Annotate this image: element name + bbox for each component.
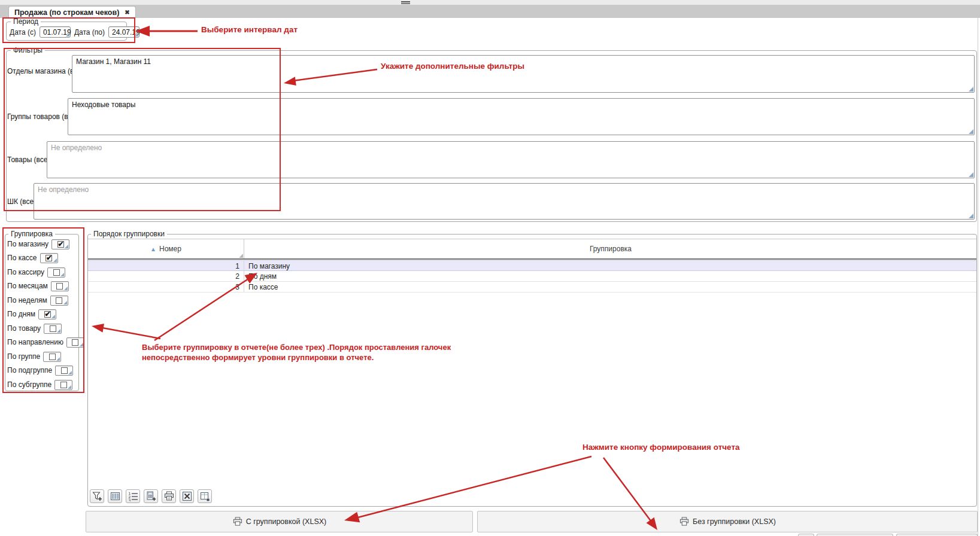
annotation-period-note: Выберите интервал дат — [201, 25, 298, 34]
bottom-partial-control — [896, 534, 978, 536]
annotation-report-note: Нажмите кнопку формирования отчета — [582, 443, 740, 452]
period-row: Дата (с) 01.07.19 Дата (по) 24.07.19 — [10, 26, 139, 38]
bottom-partial-control — [817, 534, 893, 536]
barcodes-input[interactable]: Не определено — [34, 183, 975, 220]
checkbox-by-direction[interactable] — [66, 337, 84, 348]
tab-title: Продажа (по строкам чеков) — [14, 8, 119, 17]
grouping-order-table-header: ▲ Номер Группировка — [88, 239, 976, 260]
checkbox-by-cashier[interactable] — [47, 267, 65, 278]
grouping-option-by-direction: По направлению — [7, 336, 84, 348]
grouping-option-by-week: По неделям — [7, 294, 68, 306]
printer-icon — [232, 517, 243, 526]
sort-ascending-icon[interactable]: ▲ — [150, 246, 156, 252]
grouping-legend: Группировка — [8, 230, 55, 238]
grouping-option-by-subgroup: По подгруппе — [7, 364, 73, 376]
date-to-label: Дата (по) — [74, 28, 105, 36]
tab-close-icon[interactable]: ✖ — [125, 9, 129, 16]
table-row[interactable]: 2 По дням — [88, 271, 976, 282]
print-icon[interactable] — [162, 489, 176, 503]
date-to-input[interactable]: 24.07.19 — [108, 26, 139, 38]
grouping-option-by-day: По дням — [7, 308, 56, 320]
product-groups-input[interactable]: Неходовые товары — [68, 98, 975, 135]
grouping-option-by-product: По товару — [7, 322, 62, 334]
checkbox-by-group[interactable] — [43, 352, 61, 362]
checkbox-by-week[interactable] — [50, 296, 68, 306]
checkbox-by-month[interactable] — [51, 281, 69, 291]
printer-icon — [679, 517, 690, 526]
svg-text:✱: ✱ — [206, 498, 210, 501]
checkbox-by-register[interactable] — [40, 253, 58, 263]
table-toolbar: 123 ✱ — [90, 489, 212, 503]
table-row[interactable]: 3 По кассе — [88, 282, 976, 293]
bottom-partial-control — [798, 534, 814, 536]
grouping-option-by-store: По магазину — [7, 238, 69, 250]
export-with-grouping-button[interactable]: С группировкой (XLSX) — [86, 511, 473, 532]
svg-text:3: 3 — [128, 498, 131, 502]
checkbox-by-store[interactable] — [51, 239, 69, 249]
grouping-option-by-register: По кассе — [7, 252, 58, 264]
date-from-input[interactable]: 01.07.19 — [40, 26, 71, 38]
period-legend: Период — [11, 17, 41, 26]
calculator-add-icon[interactable] — [144, 489, 158, 503]
window-top-strip — [0, 0, 980, 5]
store-departments-input[interactable]: Магазин 1, Магазин 11 — [72, 55, 975, 93]
excel-export-icon[interactable] — [180, 489, 194, 503]
checkbox-by-product[interactable] — [44, 324, 62, 334]
checkbox-by-subsubgroup[interactable] — [54, 380, 72, 390]
grouping-order-legend: Порядок группировки — [91, 230, 167, 238]
grouping-option-by-cashier: По кассиру — [7, 266, 65, 278]
export-without-grouping-button[interactable]: Без группировки (XLSX) — [477, 511, 978, 532]
column-resize-grip[interactable] — [239, 254, 243, 258]
column-settings-icon[interactable] — [108, 489, 122, 503]
filters-legend: Фильтры — [11, 46, 45, 54]
field-label-barcodes: ШК (все) — [7, 197, 36, 206]
products-input[interactable]: Не определено — [47, 141, 975, 178]
grouping-option-by-subsubgroup: По субгруппе — [7, 379, 72, 391]
table-layout-icon[interactable]: ✱ — [198, 489, 212, 503]
checkbox-by-subgroup[interactable] — [55, 366, 73, 376]
filter-add-icon[interactable] — [90, 489, 104, 503]
tab-sales-report[interactable]: Продажа (по строкам чеков) ✖ — [8, 6, 136, 18]
annotation-filters-note: Укажите дополнительные фильтры — [381, 62, 524, 71]
column-header-number[interactable]: ▲ Номер — [88, 239, 244, 258]
annotation-grouping-note: Выберите группировку в отчете(не более т… — [142, 343, 474, 363]
window-splitter-icon[interactable] — [401, 1, 410, 4]
table-row[interactable]: 1 По магазину — [88, 260, 976, 271]
window-right-edge — [978, 18, 978, 536]
numbered-list-icon[interactable]: 123 — [126, 489, 140, 503]
grouping-option-by-month: По месяцам — [7, 280, 69, 292]
field-label-products: Товары (все) — [7, 156, 50, 164]
grouping-option-by-group: По группе — [7, 351, 61, 363]
checkbox-by-day[interactable] — [38, 309, 56, 319]
tab-bar — [0, 5, 980, 18]
column-header-grouping[interactable]: Группировка — [245, 239, 976, 258]
date-from-label: Дата (с) — [10, 28, 36, 36]
